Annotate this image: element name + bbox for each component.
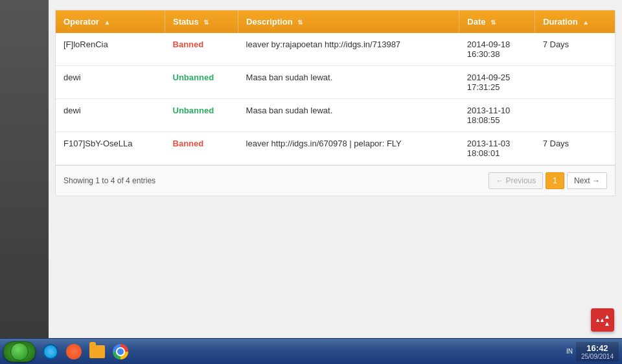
scroll-top-button[interactable]: ▲ ▲ [591,308,614,332]
col-label-date: Date [467,17,485,27]
col-header-operator[interactable]: Operator ▲ [56,10,165,33]
taskbar-ie[interactable] [40,341,61,362]
cell-description-2: Masa ban sudah lewat. [238,99,459,132]
cell-status-3: Banned [165,132,238,165]
cell-duration-1 [535,66,615,99]
col-header-status[interactable]: Status ⇅ [165,10,238,33]
cell-operator-0: [F]loRenCia [56,33,165,66]
sort-icon-status: ⇅ [203,19,209,26]
pagination-controls: ← Previous 1 Next → [489,172,607,189]
col-label-status: Status [173,17,199,27]
cell-status-1: Unbanned [165,66,238,99]
status-badge-2: Unbanned [173,106,214,115]
cell-description-1: Masa ban sudah lewat. [238,66,459,99]
sort-icon-date: ⇅ [490,19,496,26]
cell-date-1: 2014-09-2517:31:25 [459,66,535,99]
col-label-duration: Duration [543,17,577,27]
taskbar: IN 16:42 25/09/2014 [0,338,622,364]
taskbar-chrome[interactable] [110,341,131,362]
left-sidebar [0,0,49,338]
ban-history-table: Operator ▲ Status ⇅ Description ⇅ Date ⇅ [56,10,615,165]
sort-icon-description: ⇅ [297,19,303,26]
pagination-row: Showing 1 to 4 of 4 entries ← Previous 1… [56,165,615,196]
clock: 16:42 25/09/2014 [576,342,619,361]
cell-duration-2 [535,99,615,132]
clock-date: 25/09/2014 [581,353,614,360]
col-header-description[interactable]: Description ⇅ [238,10,459,33]
cell-duration-3: 7 Days [535,132,615,165]
cell-status-0: Banned [165,33,238,66]
showing-text: Showing 1 to 4 of 4 entries [63,176,156,185]
col-header-date[interactable]: Date ⇅ [459,10,535,33]
table-row: dewi Unbanned Masa ban sudah lewat. 2014… [56,66,615,99]
start-button[interactable] [3,341,36,362]
status-badge-1: Unbanned [173,73,214,82]
system-tray: IN [563,348,576,355]
cell-operator-2: dewi [56,99,165,132]
ie-icon [43,344,58,359]
table-header-row: Operator ▲ Status ⇅ Description ⇅ Date ⇅ [56,10,615,33]
cell-operator-1: dewi [56,66,165,99]
table-row: F107]SbY-OseLLa Banned leaver http://idg… [56,132,615,165]
next-button[interactable]: Next → [567,172,607,189]
taskbar-media[interactable] [63,341,84,362]
sort-icon-duration: ▲ [582,19,589,26]
cell-date-3: 2013-11-0318:08:01 [459,132,535,165]
cell-description-3: leaver http://idgs.in/670978 | pelapor: … [238,132,459,165]
status-badge-3: Banned [173,139,204,148]
sort-icon-operator: ▲ [104,19,111,26]
clock-time: 16:42 [581,343,614,353]
col-label-operator: Operator [63,17,99,27]
cell-date-2: 2013-11-1018:08:55 [459,99,535,132]
sidebar-bg [0,0,49,338]
previous-button[interactable]: ← Previous [489,172,543,189]
table-row: dewi Unbanned Masa ban sudah lewat. 2013… [56,99,615,132]
cell-operator-3: F107]SbY-OseLLa [56,132,165,165]
cell-date-0: 2014-09-1816:30:38 [459,33,535,66]
col-label-description: Description [246,17,293,27]
cell-duration-0: 7 Days [535,33,615,66]
tray-language: IN [566,348,573,355]
chrome-icon [113,344,128,359]
table-row: [F]loRenCia Banned leaver by:rajapoetan … [56,33,615,66]
folder-icon [89,345,105,358]
main-content: Operator ▲ Status ⇅ Description ⇅ Date ⇅ [49,0,622,338]
cell-description-0: leaver by:rajapoetan http://idgs.in/7139… [238,33,459,66]
start-orb [10,343,29,361]
ban-history-table-container: Operator ▲ Status ⇅ Description ⇅ Date ⇅ [55,10,616,196]
status-badge-0: Banned [173,40,204,49]
taskbar-folder[interactable] [87,341,108,362]
col-header-duration[interactable]: Duration ▲ [535,10,615,33]
cell-status-2: Unbanned [165,99,238,132]
scroll-arrows-icon: ▲ ▲ [604,313,610,327]
page-1-button[interactable]: 1 [546,172,564,189]
media-icon [66,344,82,359]
